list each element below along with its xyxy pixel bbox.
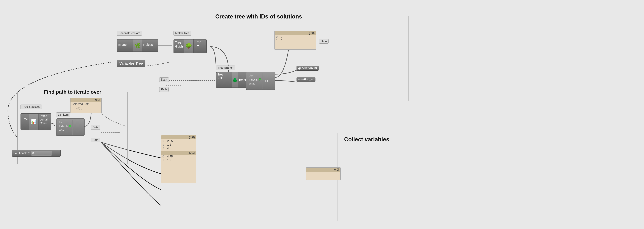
branch-indices-node[interactable]: Branch 🌿 Indices xyxy=(117,39,158,52)
data-tag-1: Data xyxy=(159,77,169,82)
tree-port-right: Tree xyxy=(195,40,201,44)
tree-port-stats: Tree xyxy=(22,114,28,121)
guide-port: Guide xyxy=(175,45,184,48)
selected-path-header: {0;0} xyxy=(70,98,102,102)
tree-path-branch-node[interactable]: Tree Path 🌲 Branch xyxy=(216,72,247,88)
bp-row-4: 11.2 xyxy=(161,158,196,162)
match-tree-tag: Match Tree xyxy=(174,31,191,36)
count-port: Count xyxy=(40,122,50,125)
generation-nr-node[interactable]: generation_nr xyxy=(296,66,319,71)
bp-row-0: 02.25 xyxy=(161,139,196,143)
index-n-port: Index N xyxy=(59,124,71,129)
data-tag-panel: Data xyxy=(319,39,328,44)
branch-icon: 🌿 xyxy=(133,40,142,52)
selected-path-panel: {0;0} Selected Path 0 {0;0} xyxy=(70,98,102,113)
solution-nr-label: SolutionNr xyxy=(14,152,27,155)
tree-path-icon: 🌲 xyxy=(232,72,238,88)
bottom-data-panel: {0;0} 02.25 11.2 24 {0;1} 04.75 11.2 xyxy=(161,135,196,183)
bottom-right-panel: {0;0} xyxy=(306,167,341,180)
top-right-panel: {0;0} 0 0 1 0 Data xyxy=(274,31,316,50)
bottom-right-header: {0;0} xyxy=(306,168,340,172)
bottom-panel-header-1: {0;0} xyxy=(161,135,196,139)
stats-icon: 📊 xyxy=(29,114,38,130)
selected-path-row-0: 0 {0;0} xyxy=(70,106,102,110)
green-dot-2 xyxy=(259,78,261,81)
bp-row-2: 24 xyxy=(161,147,196,150)
bottom-panel-header-2: {0;1} xyxy=(161,151,196,155)
list-port: List xyxy=(59,120,71,124)
list-index-wrap-node[interactable]: List Index N Wrap +1 xyxy=(246,72,275,90)
tree-port-left: Tree xyxy=(175,40,184,44)
solution-nr-node[interactable]: solution_nr xyxy=(296,77,316,82)
paths-port: Paths xyxy=(40,114,50,118)
branch-port-label: Branch xyxy=(118,40,132,47)
i-port-2: +1 xyxy=(264,78,268,83)
top-right-row-1: 1 0 xyxy=(275,39,316,42)
top-right-row-0: 0 0 xyxy=(275,35,316,39)
indices-port-label: Indices xyxy=(143,40,157,47)
top-right-header: {0;0} xyxy=(275,31,316,35)
data-tag-2: Data xyxy=(91,125,100,130)
index-n-port-2: Index N xyxy=(249,78,261,82)
filter-icon: ▼ xyxy=(196,44,200,48)
bp-row-1: 11.2 xyxy=(161,143,196,147)
tree-stats-node[interactable]: Tree 📊 Paths Length Count xyxy=(20,113,52,130)
tree-icon: 🌳 xyxy=(184,40,194,53)
collect-variables-group: Collect variables xyxy=(338,133,476,221)
i-port: i xyxy=(74,125,75,130)
wrap-port-2: Wrap xyxy=(249,82,261,86)
collect-variables-title: Collect variables xyxy=(344,136,389,143)
tree-path-port: Tree xyxy=(218,73,231,76)
bp-row-3: 04.75 xyxy=(161,155,196,158)
find-path-title: Find path to iterate over xyxy=(44,89,101,95)
canvas: Create tree with IDs of solutions Find p… xyxy=(0,0,644,229)
create-tree-title: Create tree with IDs of solutions xyxy=(215,13,302,20)
tree-branch-tag: Tree Branch xyxy=(216,66,235,70)
tree-guide-node[interactable]: Tree Guide 🌳 Tree ▼ xyxy=(174,39,206,53)
deconstruct-path-tag: Deconstruct Path xyxy=(117,31,142,36)
path-tag-2: Path xyxy=(91,138,100,142)
path-tag-1: Path xyxy=(159,87,168,92)
tree-statistics-tag: Tree Statistics xyxy=(20,105,42,109)
list-port-2: List xyxy=(249,74,261,78)
list-item-tag: List Item xyxy=(56,112,70,117)
solution-nr-field[interactable] xyxy=(31,151,52,156)
path-port-left: Path xyxy=(218,77,231,80)
diamond-icon: ◇ xyxy=(28,151,30,155)
list-item-node[interactable]: List Index N Wrap i xyxy=(56,118,84,136)
wrap-port: Wrap xyxy=(59,128,71,132)
green-dot-1 xyxy=(69,125,71,127)
solution-nr-input[interactable]: SolutionNr ◇ xyxy=(12,150,61,157)
length-port: Length xyxy=(40,118,50,121)
variables-tree-node[interactable]: Variables Tree xyxy=(117,60,146,67)
